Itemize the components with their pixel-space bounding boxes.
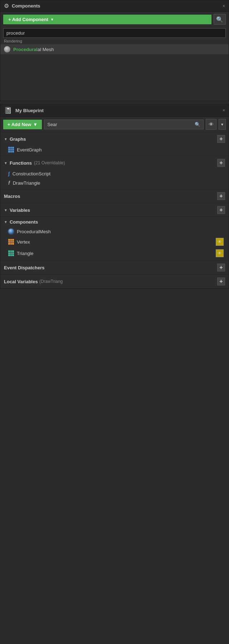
functions-triangle: ▼: [4, 161, 8, 165]
blueprint-search-icon: 🔍: [195, 122, 200, 127]
draw-triangle-label: DrawTriangle: [13, 180, 224, 186]
local-variables-title: Local Variables: [4, 279, 38, 284]
add-new-arrow: ▼: [33, 122, 38, 127]
add-new-button[interactable]: + Add New ▼: [3, 120, 42, 129]
event-dispatchers-add-button[interactable]: +: [217, 264, 225, 271]
add-component-label: + Add Component: [8, 17, 48, 22]
variables-label: Variables: [10, 208, 30, 213]
triangle-label: Triangle: [17, 251, 213, 256]
graphs-add-button[interactable]: +: [217, 135, 225, 143]
procedural-mesh-sub-item[interactable]: ProceduralMesh: [0, 227, 229, 236]
blueprint-toolbar: + Add New ▼ 🔍 👁 ▼: [0, 117, 229, 132]
event-dispatchers-label: Event Dispatchers: [4, 265, 44, 270]
procedural-mesh-sub-label: ProceduralMesh: [17, 229, 224, 234]
add-component-arrow: ▼: [50, 18, 54, 21]
add-new-label: + Add New: [8, 122, 31, 127]
components-sub-content: ProceduralMesh Vertex 👁 Triangle 👁: [0, 227, 229, 260]
components-sub-section-header[interactable]: ▼ Components: [0, 216, 229, 227]
components-panel-title: Components: [12, 3, 220, 9]
functions-add-button[interactable]: +: [217, 159, 225, 167]
components-search-button[interactable]: 🔍: [214, 14, 226, 25]
components-search-input[interactable]: [3, 28, 226, 38]
triangle-eye-button[interactable]: 👁: [216, 249, 224, 257]
graphs-section-header[interactable]: ▼ Graphs +: [0, 132, 229, 145]
variables-add-button[interactable]: +: [217, 206, 225, 214]
event-graph-label: EventGraph: [17, 147, 224, 153]
local-variables-label: Local Variables (DrawTriang: [4, 279, 63, 284]
procedural-mesh-item[interactable]: Proceduralal Mesh: [0, 44, 229, 54]
event-graph-icon: [8, 147, 14, 153]
vertex-eye-button[interactable]: 👁: [216, 238, 224, 246]
blueprint-eye-button[interactable]: 👁: [206, 119, 216, 130]
variables-section-header[interactable]: ▼ Variables +: [0, 203, 229, 216]
functions-section-title: ▼ Functions (21 Overridable): [4, 160, 65, 166]
graphs-label: Graphs: [10, 136, 26, 142]
components-sub-triangle: ▼: [4, 220, 8, 224]
blueprint-panel-header: 📓 My Blueprint ×: [0, 104, 229, 117]
variables-section-title: ▼ Variables: [4, 208, 30, 213]
local-variables-subtitle: (DrawTriang: [39, 279, 63, 284]
construction-script-item[interactable]: ∫ ConstructionScript: [0, 169, 229, 178]
functions-section-content: ∫ ConstructionScript f DrawTriangle: [0, 169, 229, 189]
functions-count: (21 Overridable): [34, 160, 65, 165]
variables-triangle: ▼: [4, 208, 8, 212]
components-panel: ⚙ Components × + Add Component ▼ 🔍 Rende…: [0, 0, 229, 101]
components-panel-icon: ⚙: [4, 3, 9, 9]
rendering-category: Rendering: [0, 38, 229, 44]
graphs-triangle: ▼: [4, 137, 8, 141]
blueprint-panel-close[interactable]: ×: [223, 108, 225, 113]
functions-label: Functions: [10, 160, 32, 166]
construction-script-icon: ∫: [8, 171, 10, 176]
eye-icon: 👁: [209, 121, 214, 127]
vertex-icon: [8, 239, 14, 245]
components-panel-close[interactable]: ×: [223, 4, 225, 9]
vertex-item[interactable]: Vertex 👁: [0, 236, 229, 248]
local-variables-add-button[interactable]: +: [217, 278, 225, 285]
triangle-item[interactable]: Triangle 👁: [0, 248, 229, 259]
components-sub-title: ▼ Components: [4, 219, 38, 225]
graphs-section-title: ▼ Graphs: [4, 136, 26, 142]
components-toolbar: + Add Component ▼ 🔍: [0, 12, 229, 27]
blueprint-panel-title: My Blueprint: [15, 108, 220, 113]
macros-section[interactable]: Macros +: [0, 189, 229, 203]
dropdown-arrow-icon: ▼: [220, 123, 224, 126]
components-sub-label: Components: [10, 219, 38, 225]
draw-triangle-icon: f: [8, 180, 10, 186]
macros-label: Macros: [4, 194, 20, 199]
event-graph-item[interactable]: EventGraph: [0, 145, 229, 154]
add-component-button[interactable]: + Add Component ▼: [3, 15, 211, 24]
components-spacer: [0, 54, 229, 101]
blueprint-search-input[interactable]: [47, 122, 193, 127]
procedural-mesh-sub-icon: [8, 229, 14, 234]
procedural-mesh-highlight: Procedural: [13, 47, 38, 52]
blueprint-dropdown-button[interactable]: ▼: [219, 119, 226, 130]
construction-script-label: ConstructionScript: [13, 171, 224, 176]
blueprint-book-icon: 📓: [4, 106, 12, 114]
draw-triangle-item[interactable]: f DrawTriangle: [0, 178, 229, 188]
components-panel-header: ⚙ Components ×: [0, 0, 229, 12]
blueprint-search-field[interactable]: 🔍: [44, 120, 204, 129]
components-search-row: [0, 27, 229, 38]
blueprint-panel: 📓 My Blueprint × + Add New ▼ 🔍 👁 ▼ ▼ Gra…: [0, 104, 229, 289]
procedural-mesh-label: Proceduralal Mesh: [13, 47, 54, 52]
functions-section-header[interactable]: ▼ Functions (21 Overridable) +: [0, 156, 229, 169]
vertex-label: Vertex: [17, 239, 213, 245]
procedural-mesh-icon: [4, 46, 10, 53]
event-dispatchers-section[interactable]: Event Dispatchers +: [0, 260, 229, 274]
triangle-icon: [8, 250, 14, 256]
graphs-section-content: EventGraph: [0, 145, 229, 156]
local-variables-section[interactable]: Local Variables (DrawTriang +: [0, 274, 229, 288]
macros-add-button[interactable]: +: [217, 192, 225, 200]
